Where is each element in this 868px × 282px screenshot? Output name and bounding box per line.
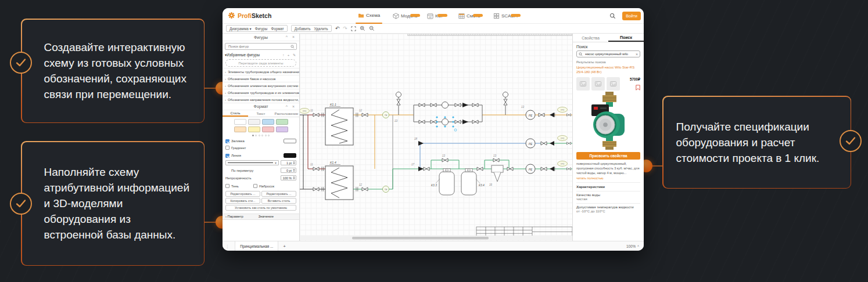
shape-dropzone[interactable]: Перетащите сюда элементы	[225, 59, 296, 67]
opacity-stepper[interactable]: 100 %	[281, 175, 296, 180]
heat-exchanger-1: К1.1	[325, 103, 353, 145]
nav-tab-ksg[interactable]: 22 КСГ	[427, 13, 444, 19]
sketch-checkbox[interactable]	[253, 184, 257, 188]
shape-section[interactable]: ›Обозначения баков и насосов	[223, 75, 299, 82]
line-style-select[interactable]: ▾	[225, 160, 279, 165]
format-tab-style[interactable]: Стиль	[223, 110, 248, 117]
login-button[interactable]: Войти	[622, 12, 641, 20]
style-swatches-row1[interactable]	[223, 119, 299, 125]
format-tab-arrange[interactable]: Расположение	[274, 110, 299, 117]
set-default-style-button[interactable]: Установить как стиль по умолчанию	[225, 205, 296, 211]
svg-text:TP1: TP1	[303, 110, 307, 113]
panel-controls-icons[interactable]: ^ ×	[286, 104, 296, 109]
check-circle-icon	[840, 130, 862, 152]
shadow-checkbox[interactable]	[225, 184, 229, 188]
svg-text:22: 22	[429, 16, 432, 19]
gradient-label: Градиент	[231, 146, 246, 150]
image-placeholder[interactable]	[591, 77, 605, 91]
product-search-box[interactable]: ×	[576, 50, 640, 57]
search-icon	[579, 52, 583, 56]
shadow-label: Тень	[231, 185, 239, 188]
sheet-menu-icon[interactable]: ⋮	[225, 244, 229, 248]
redo-icon[interactable]: ↷	[343, 26, 347, 31]
pressure-gauges	[396, 92, 508, 115]
panel-controls-icons[interactable]: ^ ×	[286, 35, 296, 39]
check-circle-icon	[10, 52, 32, 74]
branch-pump-selected[interactable]	[436, 116, 457, 131]
nav-tab-scada[interactable]: SCADA	[493, 13, 518, 19]
clear-search-icon[interactable]: ×	[636, 52, 638, 56]
paste-style-button[interactable]: Вставить стиль	[261, 198, 296, 204]
shape-section[interactable]: ›Обозначения элементов внутренних систем…	[223, 82, 299, 89]
edit-style-button-2[interactable]: Редактировать ...	[261, 191, 296, 197]
menu-add[interactable]: Добавить	[295, 27, 311, 31]
zoom-in-icon[interactable]	[360, 26, 365, 31]
gradient-checkbox[interactable]	[225, 146, 229, 150]
specs-title: Характеристики	[576, 185, 640, 189]
callout-left-bottom-text: Наполняйте схему атрибутивной информацие…	[44, 164, 190, 243]
menu-delete[interactable]: Удалить	[314, 27, 328, 31]
svg-text:PE: PE	[529, 142, 533, 146]
shape-section[interactable]: ›Элементы трубопроводов общего назначени…	[223, 68, 299, 75]
opacity-label: Непрозрачность	[225, 176, 252, 180]
app-logo[interactable]: ProfiSketch	[228, 12, 271, 19]
svg-text:PE: PE	[529, 114, 533, 117]
image-placeholder[interactable]	[576, 77, 590, 91]
bookmark-icon[interactable]	[636, 85, 640, 91]
line-width-stepper[interactable]: 1 pt	[281, 160, 296, 165]
edit-style-button[interactable]: Редактировать ...	[225, 191, 260, 197]
favorites-row[interactable]: ▾ Избранные фигуры ↑ + ✎	[223, 52, 299, 58]
perimeter-stepper[interactable]: 0 pt	[281, 168, 296, 173]
add-sheet-button[interactable]: +	[283, 244, 286, 249]
callout-left-top-text: Создавайте интерактивную схему из готовы…	[44, 39, 190, 102]
undo-icon[interactable]: ↶	[335, 26, 340, 31]
shape-section[interactable]: ›Обозначения направления потока жидкости…	[223, 96, 299, 103]
tab-search[interactable]: Поиск	[608, 34, 644, 42]
product-image	[576, 92, 640, 150]
menu-format[interactable]: Формат	[271, 27, 284, 31]
heat-exchanger-2: К1.4	[325, 161, 353, 200]
menu-shapes[interactable]: Фигуры	[255, 27, 268, 31]
brand-primary: Profi	[238, 12, 252, 19]
app-topbar: ProfiSketch Схема Модель 22 КСГ Смета	[223, 8, 644, 24]
line-checkbox[interactable]	[225, 154, 229, 158]
zoom-out-icon[interactable]	[369, 26, 375, 31]
style-swatches-row2[interactable]	[223, 126, 299, 132]
svg-text:TP1: TP1	[561, 109, 565, 111]
fit-screen-icon[interactable]	[351, 26, 356, 31]
nav-tab-schema[interactable]: Схема	[358, 13, 380, 18]
format-tab-text[interactable]: Текст	[248, 110, 274, 117]
swatch-pager-dots[interactable]	[223, 135, 299, 136]
result-title-link[interactable]: Циркуляционный насос Wilo Star-RS 25/4-1…	[576, 66, 640, 75]
fill-color-button[interactable]	[284, 139, 296, 143]
copy-style-button[interactable]: Копировать сти...	[225, 198, 260, 204]
search-icon[interactable]	[609, 13, 616, 19]
shape-search-input[interactable]	[227, 44, 289, 49]
svg-text:12: 12	[359, 183, 363, 186]
nav-tab-model[interactable]: Модель	[393, 13, 418, 19]
callout-right-text: Получайте спецификации оборудования и ра…	[676, 119, 825, 166]
canvas-scrollbar[interactable]	[300, 236, 572, 240]
shape-search-box[interactable]	[225, 43, 297, 50]
read-more-link[interactable]: читать полностью	[576, 176, 640, 180]
svg-text:К3.3: К3.3	[431, 183, 437, 187]
zoom-control[interactable]: 100%˄	[626, 244, 639, 248]
search-section-label: Поиск	[576, 45, 640, 49]
tab-properties[interactable]: Свойства	[573, 34, 608, 42]
shape-section[interactable]: ›Обозначения трубопроводов и их элементо…	[223, 89, 299, 96]
nav-tab-smeta[interactable]: Смета	[458, 13, 480, 19]
product-description: поверхностный циркуляционный, пропускная…	[576, 162, 640, 175]
new-badge	[473, 14, 483, 17]
line-color-button[interactable]	[284, 153, 296, 158]
apply-properties-button[interactable]: Присвоить свойства	[576, 152, 640, 160]
drawing-canvas[interactable]: К1.1 К1.4	[300, 34, 572, 241]
search-panel: Свойства Поиск Поиск × Результаты поиска…	[572, 34, 644, 241]
line-label: Линия	[231, 154, 241, 157]
product-search-input[interactable]	[584, 52, 634, 56]
favorites-actions-icons[interactable]: ↑ + ✎	[282, 53, 297, 57]
cube-icon	[393, 13, 399, 19]
image-placeholder[interactable]	[607, 77, 620, 91]
sheet-tab[interactable]: Принципиальная ...	[235, 241, 278, 251]
menu-diagram[interactable]: Диаграмма ▾	[229, 27, 252, 31]
fill-checkbox[interactable]	[225, 139, 229, 143]
